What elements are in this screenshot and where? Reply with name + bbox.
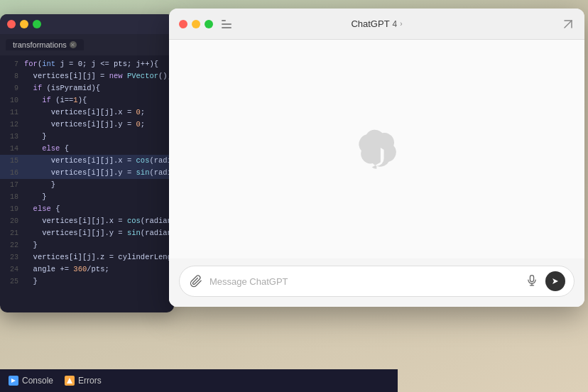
code-tab-transformations[interactable]: transformations ✕ — [6, 39, 84, 50]
chatgpt-input-area: Message ChatGPT — [169, 258, 584, 307]
code-tab-bar: transformations ✕ — [0, 34, 174, 55]
chatgpt-input-box[interactable]: Message ChatGPT — [179, 266, 575, 297]
code-line: 20 vertices[i][j].x = cos(radian — [0, 215, 174, 227]
chatgpt-body: Message ChatGPT — [169, 40, 584, 307]
code-content: 7 for(int j = 0; j <= pts; j++){ 8 verti… — [0, 55, 174, 312]
errors-tab[interactable]: Errors — [65, 376, 102, 386]
code-line-highlighted: 15 vertices[i][j].x = cos(radi — [0, 155, 174, 167]
chatgpt-traffic-lights — [179, 20, 213, 28]
microphone-icon[interactable] — [524, 273, 540, 289]
bottom-bar: Console Errors — [0, 369, 398, 392]
attach-icon[interactable] — [188, 273, 204, 289]
code-line: 14 else { — [0, 143, 174, 155]
console-tab-label: Console — [22, 376, 53, 386]
code-line: 25 } — [0, 276, 174, 288]
code-line: 19 else { — [0, 203, 174, 215]
code-line: 12 vertices[i][j].y = 0; — [0, 119, 174, 131]
chatgpt-model-badge: 4 — [393, 19, 398, 29]
code-line: 21 vertices[i][j].y = sin(radian — [0, 227, 174, 239]
svg-marker-0 — [11, 379, 16, 383]
traffic-light-yellow[interactable] — [20, 20, 28, 28]
chatgpt-traffic-light-red[interactable] — [179, 20, 187, 28]
chatgpt-traffic-light-green[interactable] — [205, 20, 213, 28]
sidebar-bar-1 — [222, 20, 226, 21]
code-line: 22 } — [0, 239, 174, 251]
code-line: 11 vertices[i][j].x = 0; — [0, 107, 174, 119]
code-line: 23 vertices[i][j].z = cylinderLeng — [0, 251, 174, 263]
console-icon — [9, 376, 18, 386]
console-tab[interactable]: Console — [9, 376, 53, 386]
sidebar-toggle-icon[interactable] — [222, 18, 234, 31]
chatgpt-title-text: ChatGPT — [351, 18, 389, 29]
code-line: 7 for(int j = 0; j <= pts; j++){ — [0, 58, 174, 70]
chatgpt-traffic-light-yellow[interactable] — [192, 20, 200, 28]
send-arrow-icon — [551, 277, 560, 285]
send-button[interactable] — [545, 271, 565, 291]
chatgpt-window: ChatGPT 4 › Message — [169, 9, 584, 307]
code-line: 18 } — [0, 191, 174, 203]
code-tab-close[interactable]: ✕ — [70, 41, 77, 48]
traffic-light-green[interactable] — [33, 20, 41, 28]
chatgpt-titlebar: ChatGPT 4 › — [169, 9, 584, 40]
code-line: 17 } — [0, 179, 174, 191]
code-tab-label: transformations — [13, 40, 67, 49]
svg-rect-1 — [530, 276, 533, 282]
code-editor-window: transformations ✕ 7 for(int j = 0; j <= … — [0, 14, 174, 312]
external-link-icon[interactable] — [562, 18, 575, 31]
code-line: 10 if (i==1){ — [0, 94, 174, 107]
code-line: 24 angle += 360/pts; — [0, 263, 174, 276]
sidebar-bar-3 — [222, 27, 232, 28]
sidebar-bar-2 — [222, 23, 232, 25]
errors-icon — [65, 376, 75, 386]
chatgpt-messages-area — [169, 40, 584, 258]
chevron-right-icon: › — [400, 20, 402, 28]
message-input-placeholder[interactable]: Message ChatGPT — [209, 276, 518, 287]
code-line: 9 if (isPyramid){ — [0, 82, 174, 94]
code-line: 13 } — [0, 131, 174, 143]
code-line: 8 vertices[i][j] = new PVector(); — [0, 70, 174, 82]
chatgpt-logo — [357, 129, 397, 169]
code-line-highlighted: 16 vertices[i][j].y = sin(radi — [0, 167, 174, 179]
errors-tab-label: Errors — [78, 376, 102, 386]
traffic-light-red[interactable] — [7, 20, 16, 28]
chatgpt-title: ChatGPT 4 › — [351, 18, 402, 29]
code-window-titlebar — [0, 14, 174, 34]
